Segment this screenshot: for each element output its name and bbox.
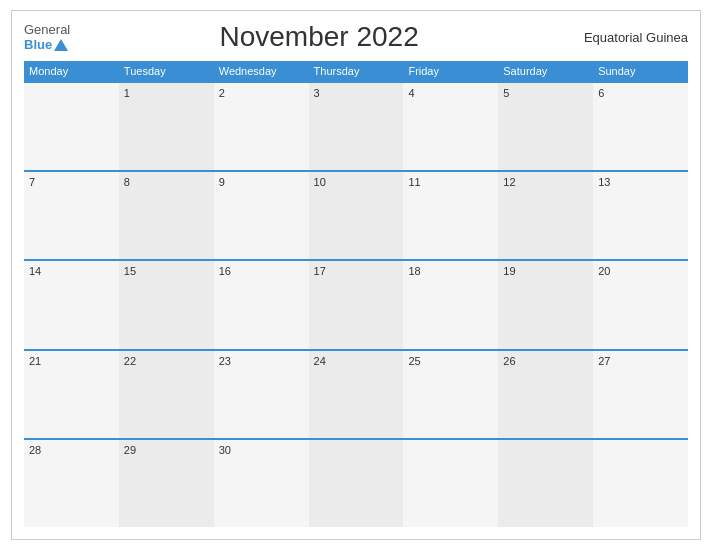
day-cell: 17 bbox=[309, 261, 404, 348]
day-cell: 28 bbox=[24, 440, 119, 527]
day-cell: 1 bbox=[119, 83, 214, 170]
day-header-friday: Friday bbox=[403, 61, 498, 81]
calendar-wrapper: General Blue November 2022 Equatorial Gu… bbox=[11, 10, 701, 540]
logo-row: Blue bbox=[24, 37, 68, 52]
calendar-header: General Blue November 2022 Equatorial Gu… bbox=[24, 21, 688, 53]
day-headers: MondayTuesdayWednesdayThursdayFridaySatu… bbox=[24, 61, 688, 81]
day-number: 14 bbox=[29, 265, 41, 277]
weeks: 1234567891011121314151617181920212223242… bbox=[24, 81, 688, 527]
day-header-thursday: Thursday bbox=[309, 61, 404, 81]
day-header-tuesday: Tuesday bbox=[119, 61, 214, 81]
day-cell bbox=[309, 440, 404, 527]
day-cell: 25 bbox=[403, 351, 498, 438]
logo-triangle-icon bbox=[54, 39, 68, 51]
day-number: 1 bbox=[124, 87, 130, 99]
day-cell: 20 bbox=[593, 261, 688, 348]
day-number: 25 bbox=[408, 355, 420, 367]
day-cell: 4 bbox=[403, 83, 498, 170]
day-cell: 5 bbox=[498, 83, 593, 170]
day-cell: 8 bbox=[119, 172, 214, 259]
day-number: 7 bbox=[29, 176, 35, 188]
day-number: 8 bbox=[124, 176, 130, 188]
day-cell: 10 bbox=[309, 172, 404, 259]
day-number: 15 bbox=[124, 265, 136, 277]
day-number: 29 bbox=[124, 444, 136, 456]
day-header-monday: Monday bbox=[24, 61, 119, 81]
day-header-saturday: Saturday bbox=[498, 61, 593, 81]
day-number: 24 bbox=[314, 355, 326, 367]
day-cell: 23 bbox=[214, 351, 309, 438]
day-number: 17 bbox=[314, 265, 326, 277]
day-cell: 13 bbox=[593, 172, 688, 259]
week-row-1: 123456 bbox=[24, 81, 688, 170]
day-number: 10 bbox=[314, 176, 326, 188]
day-number: 22 bbox=[124, 355, 136, 367]
day-cell: 30 bbox=[214, 440, 309, 527]
day-cell: 15 bbox=[119, 261, 214, 348]
day-number: 13 bbox=[598, 176, 610, 188]
day-number: 28 bbox=[29, 444, 41, 456]
day-header-wednesday: Wednesday bbox=[214, 61, 309, 81]
day-cell bbox=[498, 440, 593, 527]
day-cell: 9 bbox=[214, 172, 309, 259]
day-cell: 29 bbox=[119, 440, 214, 527]
logo-general-text: General bbox=[24, 22, 70, 37]
day-number: 4 bbox=[408, 87, 414, 99]
day-number: 30 bbox=[219, 444, 231, 456]
day-cell: 24 bbox=[309, 351, 404, 438]
logo: General Blue bbox=[24, 22, 70, 52]
day-cell: 16 bbox=[214, 261, 309, 348]
logo-blue-text: Blue bbox=[24, 37, 52, 52]
day-number: 9 bbox=[219, 176, 225, 188]
week-row-5: 282930 bbox=[24, 438, 688, 527]
day-number: 23 bbox=[219, 355, 231, 367]
day-cell: 21 bbox=[24, 351, 119, 438]
day-cell: 7 bbox=[24, 172, 119, 259]
day-number: 27 bbox=[598, 355, 610, 367]
day-header-sunday: Sunday bbox=[593, 61, 688, 81]
day-cell bbox=[24, 83, 119, 170]
day-cell: 14 bbox=[24, 261, 119, 348]
week-row-2: 78910111213 bbox=[24, 170, 688, 259]
day-cell: 3 bbox=[309, 83, 404, 170]
calendar-title: November 2022 bbox=[70, 21, 568, 53]
day-cell: 11 bbox=[403, 172, 498, 259]
week-row-4: 21222324252627 bbox=[24, 349, 688, 438]
day-cell: 6 bbox=[593, 83, 688, 170]
day-cell bbox=[403, 440, 498, 527]
day-number: 19 bbox=[503, 265, 515, 277]
day-number: 12 bbox=[503, 176, 515, 188]
day-number: 21 bbox=[29, 355, 41, 367]
day-number: 2 bbox=[219, 87, 225, 99]
day-number: 16 bbox=[219, 265, 231, 277]
day-number: 5 bbox=[503, 87, 509, 99]
day-cell: 19 bbox=[498, 261, 593, 348]
week-row-3: 14151617181920 bbox=[24, 259, 688, 348]
day-number: 6 bbox=[598, 87, 604, 99]
day-cell: 2 bbox=[214, 83, 309, 170]
day-cell: 27 bbox=[593, 351, 688, 438]
day-number: 18 bbox=[408, 265, 420, 277]
day-cell: 22 bbox=[119, 351, 214, 438]
day-number: 11 bbox=[408, 176, 420, 188]
calendar-grid: MondayTuesdayWednesdayThursdayFridaySatu… bbox=[24, 61, 688, 527]
day-cell: 26 bbox=[498, 351, 593, 438]
day-number: 20 bbox=[598, 265, 610, 277]
day-cell: 18 bbox=[403, 261, 498, 348]
day-number: 26 bbox=[503, 355, 515, 367]
calendar-country: Equatorial Guinea bbox=[568, 30, 688, 45]
day-number: 3 bbox=[314, 87, 320, 99]
day-cell bbox=[593, 440, 688, 527]
day-cell: 12 bbox=[498, 172, 593, 259]
